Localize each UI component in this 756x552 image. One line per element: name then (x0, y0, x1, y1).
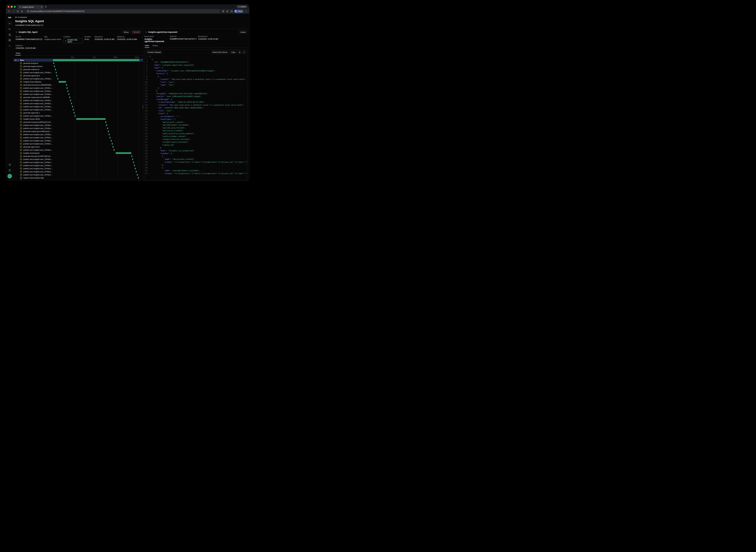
runs-nav-icon[interactable] (8, 27, 12, 31)
trace-row[interactable]: publish:user:insights:user_2VH6zowmh... (13, 136, 143, 139)
trace-row[interactable]: generate-agent-ids-1 (13, 111, 143, 114)
trace-row[interactable]: generate-agent-ids-2 (13, 145, 143, 148)
tab-output[interactable]: Output (152, 44, 158, 47)
minimize-window-button[interactable] (11, 6, 13, 8)
span-bar[interactable] (66, 84, 67, 86)
collapse-run-chevron-icon[interactable] (16, 31, 17, 33)
span-bar[interactable] (139, 180, 140, 180)
span-bar[interactable] (108, 131, 109, 132)
invoke-button[interactable]: Invoke (239, 30, 247, 34)
back-button[interactable] (7, 9, 11, 13)
collapse-steps-chevron-icon[interactable] (17, 59, 19, 61)
span-bar[interactable] (112, 143, 113, 145)
span-bar[interactable] (74, 112, 74, 114)
span-bar[interactable] (67, 90, 68, 92)
trace-row[interactable]: generate-tool-part-id-887aa111-5d4e-45..… (13, 121, 143, 124)
resize-handle[interactable] (142, 105, 144, 109)
tab-trace[interactable]: Trace (15, 51, 21, 55)
trace-row[interactable]: publish:user:insights:user_2VH6zowmh... (13, 99, 143, 102)
trace-row[interactable]: publish:user:insights:user_2VH6zowmh... (13, 167, 143, 170)
trace-row[interactable]: publish:user:insights:user_2VH6zowmh... (13, 142, 143, 145)
extensions-icon[interactable] (226, 9, 229, 13)
trace-row[interactable]: publish:user:insights:user_2VH6zowmh... (13, 127, 143, 130)
span-bar[interactable] (57, 78, 58, 80)
maximize-window-button[interactable] (14, 6, 16, 8)
send-to-dev-server-button[interactable]: Send to Dev Server (211, 50, 229, 54)
expand-icon[interactable] (242, 50, 246, 54)
span-bar[interactable] (105, 121, 106, 123)
workspace-badge[interactable]: DV (8, 21, 12, 25)
span-bar[interactable] (135, 168, 136, 169)
span-bar[interactable] (72, 106, 73, 108)
reload-button[interactable] (16, 9, 19, 13)
span-bar[interactable] (113, 146, 114, 148)
span-bar[interactable] (67, 87, 67, 89)
trace-row[interactable]: generate-network-id (13, 68, 143, 71)
collapse-event-chevron-icon[interactable] (145, 31, 147, 33)
profile-button[interactable]: Work (234, 10, 243, 13)
span-bar[interactable] (133, 162, 134, 163)
trace-row[interactable]: publish:user:insights:user_2VH6zowmh... (13, 124, 143, 127)
browser-tab[interactable]: Inngest Server (18, 5, 44, 9)
address-bar[interactable]: localhost:8288/run?runID=01KHRMPW77GVMAJ… (25, 9, 220, 13)
trace-row[interactable]: publish:user:insights:user_2VH6zowmh... (13, 102, 143, 105)
span-bar[interactable] (54, 65, 55, 67)
run-span-bar[interactable] (53, 59, 139, 61)
share-icon[interactable] (8, 163, 12, 166)
span-bar[interactable] (56, 75, 57, 77)
forward-button[interactable] (12, 9, 15, 13)
span-bar[interactable] (136, 171, 137, 172)
dev-tools-button[interactable] (7, 174, 12, 178)
span-bar[interactable] (68, 94, 69, 95)
span-bar[interactable] (74, 115, 75, 117)
trace-row[interactable]: publish:user:insights:user_2VH6zowmh... (13, 105, 143, 108)
span-bar[interactable] (109, 134, 110, 135)
span-bar[interactable] (107, 128, 108, 129)
span-bar[interactable] (56, 72, 57, 74)
span-bar[interactable] (116, 152, 131, 154)
span-bar[interactable] (73, 109, 74, 111)
trace-row[interactable]: Finalization (13, 179, 143, 180)
new-tab-button[interactable] (45, 6, 47, 8)
trace-row[interactable]: publish:user:insights:user_2VH6zowmh... (13, 161, 143, 164)
trace-row[interactable]: Insights Query Writer (13, 117, 143, 121)
trace-row[interactable]: publish:user:insights:user_2VH6zowmh... (13, 108, 143, 111)
trace-row[interactable]: generate-text-part-id-9357e5f0-a530-4... (13, 155, 143, 158)
trace-row[interactable]: publish:user:insights:user_2VH6zowmh... (13, 77, 143, 80)
span-bar[interactable] (70, 100, 71, 101)
trace-row[interactable]: publish:user:insights:user_2VH6zowmh... (13, 173, 143, 176)
trace-row[interactable]: generate-output-part-id-887aa111-5d4... (13, 130, 143, 133)
trace-row[interactable]: generate-target-channel (13, 65, 143, 68)
trace-row[interactable]: capture-observability-data (13, 176, 143, 179)
apps-nav-icon[interactable] (8, 38, 12, 42)
trace-row[interactable]: publish:user:insights:user_2VH6zowmh... (13, 133, 143, 136)
gemini-button[interactable]: Gemini (236, 5, 247, 8)
span-bar[interactable] (71, 103, 72, 104)
span-bar[interactable] (137, 174, 138, 175)
trace-row[interactable]: publish:user:insights:user_2VH6zowmh... (13, 139, 143, 142)
span-bar[interactable] (53, 62, 54, 64)
trace-row[interactable]: publish:user:insights:user_2VH6zowmh... (13, 170, 143, 173)
span-bar[interactable] (106, 124, 107, 126)
span-bar[interactable] (134, 165, 135, 166)
trace-row[interactable]: publish:user:insights:user_2VH6zowmh... (13, 90, 143, 93)
home-button[interactable] (20, 9, 24, 13)
span-bar[interactable] (76, 118, 106, 120)
span-bar[interactable] (132, 158, 133, 160)
rerun-button[interactable]: Rerun (122, 30, 131, 34)
events-nav-icon[interactable] (8, 44, 12, 47)
close-window-button[interactable] (8, 6, 9, 8)
span-bar[interactable] (69, 97, 70, 98)
functions-nav-icon[interactable] (8, 33, 12, 36)
word-wrap-icon[interactable] (238, 50, 241, 54)
span-bar[interactable] (111, 140, 112, 141)
site-info-icon[interactable] (27, 10, 29, 12)
trace-row[interactable]: publish:user:insights:user_2VH6zowmh... (13, 71, 143, 74)
close-tab-icon[interactable] (41, 6, 42, 8)
trace-row[interactable]: generate-agent-ids-0 (13, 74, 143, 77)
trace-row[interactable]: publish:user:insights:user_2VH6zowmh... (13, 87, 143, 90)
trace-row[interactable]: generate-thread-id (13, 61, 143, 65)
side-panel-icon[interactable] (230, 9, 233, 13)
trace-run-row[interactable]: 40 Run (13, 59, 143, 61)
trace-row[interactable]: publish:user:insights:user_2VH6zowmh... (13, 148, 143, 151)
